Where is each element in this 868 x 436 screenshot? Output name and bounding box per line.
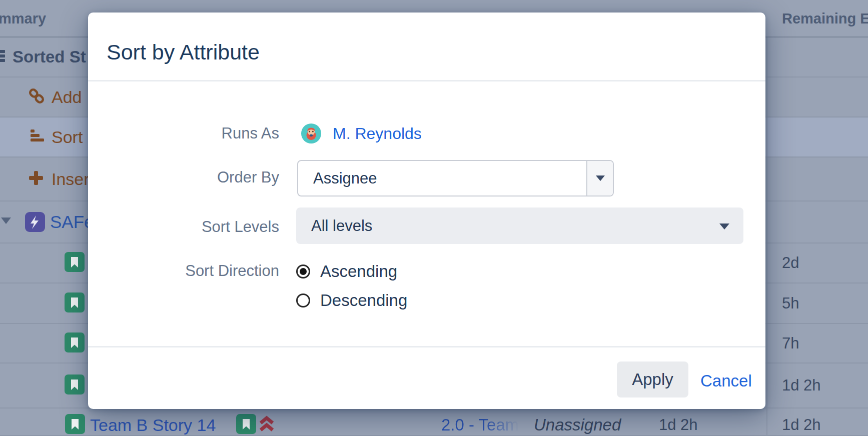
dialog-title: Sort by Attribute	[107, 40, 260, 64]
action-row-label-inser[interactable]: Inser	[52, 170, 90, 189]
structure-icon	[0, 50, 5, 64]
order-by-dropdown-button[interactable]	[586, 161, 613, 196]
link-icon	[28, 87, 46, 107]
footer-divider	[88, 346, 765, 348]
user-avatar	[301, 124, 321, 144]
runs-as-user-link[interactable]: M. Reynolds	[333, 124, 422, 143]
epic-link[interactable]: SAFe	[50, 212, 94, 232]
bookmark-icon	[65, 332, 85, 354]
sort-levels-select[interactable]: All levels	[296, 208, 743, 244]
order-by-combobox[interactable]: Assignee	[297, 160, 614, 196]
chevrons-up-icon	[258, 416, 275, 434]
action-row-label-sort[interactable]: Sort	[52, 128, 83, 147]
descending-radio-option[interactable]: Descending	[296, 292, 407, 309]
plus-icon	[28, 170, 45, 188]
column-divider	[766, 38, 767, 436]
descending-label: Descending	[320, 291, 407, 310]
cancel-button[interactable]: Cancel	[700, 372, 752, 390]
issue-row: Team B Story 142.0 - TeamUnassigned1d 2h…	[0, 408, 868, 436]
radio-descending[interactable]	[296, 294, 310, 308]
chevron-down-icon	[596, 176, 605, 181]
bookmark-icon	[65, 374, 85, 396]
remaining-estimate-value: 1d 2h	[782, 416, 821, 434]
chevron-down-icon	[1, 218, 11, 226]
summary-column-header: mmary	[0, 10, 46, 26]
ascending-label: Ascending	[320, 262, 397, 281]
order-by-label: Order By	[88, 168, 279, 186]
bookmark-icon	[65, 292, 85, 314]
sort-levels-value: All levels	[311, 217, 372, 235]
sort-levels-label: Sort Levels	[88, 218, 279, 236]
bolt-icon	[25, 212, 45, 232]
radio-ascending[interactable]	[296, 264, 310, 278]
bookmark-icon	[65, 414, 85, 436]
runs-as-label: Runs As	[88, 124, 279, 142]
issue-link[interactable]: Team B Story 14	[90, 416, 216, 435]
ascending-radio-option[interactable]: Ascending	[296, 263, 397, 280]
remaining-estimate-value: 5h	[782, 294, 799, 312]
bookmark-icon	[236, 414, 256, 436]
structure-app-window: mmaryRemaining ESorted StAddSortInserSAF…	[0, 0, 868, 436]
remaining-estimate-column-header: Remaining E	[782, 10, 868, 26]
sort-direction-label: Sort Direction	[88, 262, 279, 280]
sort-icon	[29, 128, 45, 146]
chevron-down-icon	[719, 224, 729, 230]
group-row-label[interactable]: Sorted St	[13, 48, 86, 66]
remaining-estimate-value: 2d	[782, 254, 799, 272]
bookmark-icon	[65, 252, 85, 274]
remaining-estimate-value: 7h	[782, 334, 799, 352]
apply-button[interactable]: Apply	[617, 362, 688, 398]
order-by-value: Assignee	[313, 170, 377, 188]
action-row-label-add[interactable]: Add	[52, 88, 82, 107]
title-divider	[88, 80, 765, 82]
assignee-value: Unassigned	[534, 416, 621, 434]
remaining-estimate-value: 1d 2h	[782, 376, 821, 394]
fix-version-value: 2.0 - Team	[441, 416, 519, 434]
time-spent-value: 1d 2h	[659, 416, 698, 434]
sort-by-attribute-dialog: Sort by Attribute Runs As M. Reynolds Or…	[88, 12, 765, 409]
